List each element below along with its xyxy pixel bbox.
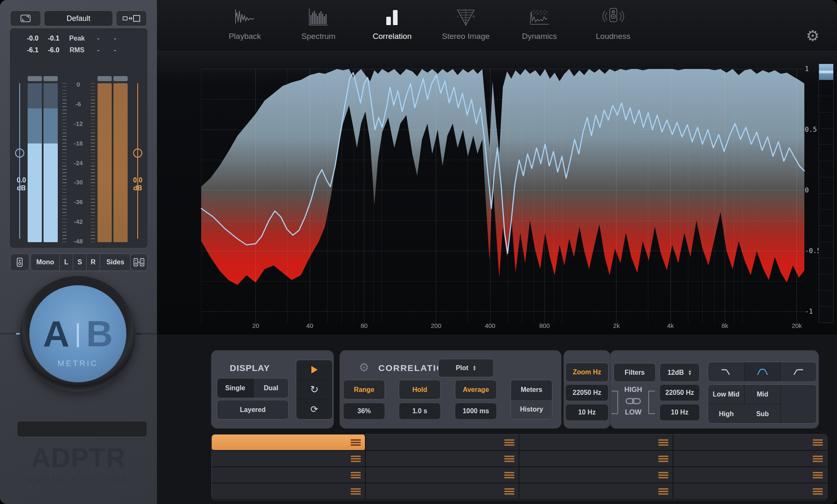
range-value[interactable]: 36% — [343, 403, 385, 420]
window-size-button[interactable] — [116, 10, 147, 26]
display-dual-button[interactable]: Dual — [254, 379, 288, 398]
snapshot-cell[interactable] — [519, 484, 673, 500]
snapshot-menu-icon[interactable] — [351, 471, 361, 479]
snapshot-menu-icon[interactable] — [658, 471, 668, 479]
history-toggle-button[interactable]: History — [511, 400, 552, 419]
channel-left-button[interactable]: L — [60, 254, 73, 271]
snapshot-cell[interactable] — [212, 484, 366, 500]
collapse-button[interactable] — [10, 10, 41, 26]
speaker-mode-button[interactable] — [10, 253, 29, 271]
snapshot-cell[interactable] — [673, 484, 827, 500]
output-meter-left — [98, 83, 112, 242]
snapshot-menu-icon[interactable] — [813, 438, 823, 447]
snapshot-cell[interactable] — [673, 435, 827, 451]
display-single-button[interactable]: Single — [217, 379, 254, 398]
band-sub-button[interactable]: Sub — [745, 404, 781, 424]
lowpass-filter-button[interactable] — [708, 362, 745, 381]
snapshot-cell[interactable] — [366, 435, 520, 451]
snapshot-menu-icon[interactable] — [813, 487, 823, 496]
meters-toggle-button[interactable]: Meters — [511, 380, 552, 400]
freq-tick-label: 8k — [721, 322, 728, 329]
band-select-group: Low Mid Mid High Sub Bass Reset — [708, 384, 817, 424]
filter-high-value[interactable]: 22050 Hz — [660, 384, 700, 401]
input-gain-slider-knob[interactable] — [15, 148, 24, 158]
snapshot-menu-icon[interactable] — [813, 471, 823, 479]
highpass-filter-button[interactable] — [781, 362, 816, 381]
tab-playback[interactable]: Playback — [208, 0, 282, 50]
snapshot-menu-icon[interactable] — [504, 438, 514, 447]
snapshot-cell[interactable] — [212, 467, 366, 484]
snapshot-menu-icon[interactable] — [504, 471, 514, 479]
snapshot-cell[interactable] — [673, 467, 827, 484]
tab-stereo-image[interactable]: L R Stereo Image — [429, 0, 503, 50]
tab-spectrum[interactable]: Spectrum — [282, 0, 355, 50]
freq-tick-label: 800 — [539, 322, 549, 329]
snapshot-cell[interactable] — [212, 435, 366, 451]
snapshot-menu-icon[interactable] — [351, 438, 361, 447]
preset-selector[interactable]: Default — [44, 10, 113, 26]
band-lowmid-button[interactable]: Low Mid — [708, 385, 745, 404]
ab-knob[interactable]: A | B METRIC — [20, 276, 136, 391]
snapshot-cell[interactable] — [366, 484, 520, 500]
snapshot-menu-icon[interactable] — [504, 487, 514, 496]
correlation-settings-gear-icon[interactable]: ⚙ — [359, 361, 369, 374]
snapshot-cell[interactable] — [673, 451, 827, 467]
bandpass-filter-button[interactable] — [745, 362, 781, 381]
refresh-button[interactable]: ↻ — [296, 380, 332, 399]
link-icon[interactable] — [625, 396, 642, 407]
output-gain-slider-knob[interactable] — [133, 148, 142, 158]
snapshot-cell[interactable] — [366, 467, 520, 484]
knob-marker-left — [16, 333, 20, 335]
snapshot-menu-icon[interactable] — [813, 454, 823, 463]
snapshot-cell[interactable] — [519, 435, 673, 451]
band-high-button[interactable]: High — [708, 404, 745, 424]
correlation-meter-cell — [819, 274, 833, 290]
svg-text:R: R — [472, 15, 475, 18]
plot-mode-dropdown[interactable]: Plot ▲▼ — [438, 359, 494, 377]
zoom-low-value[interactable]: 10 Hz — [565, 404, 608, 421]
tab-dynamics[interactable]: Dynamics — [503, 0, 576, 50]
filter-slope-dropdown[interactable]: 12dB ▲▼ — [660, 363, 700, 382]
snapshot-menu-icon[interactable] — [658, 454, 668, 463]
play-button[interactable] — [296, 360, 332, 380]
knob-marker-right — [136, 333, 141, 335]
snapshot-menu-icon[interactable] — [658, 438, 668, 447]
channel-mono-button[interactable]: Mono — [31, 254, 60, 271]
band-mid-button[interactable]: Mid — [745, 385, 781, 404]
dual-speaker-button[interactable] — [130, 253, 148, 271]
snapshot-cell[interactable] — [366, 451, 520, 467]
zoom-high-value[interactable]: 22050 Hz — [565, 384, 608, 401]
filters-button[interactable]: Filters — [614, 363, 656, 382]
correlation-meter-cell — [819, 194, 833, 210]
zoom-card: Zoom Hz 22050 Hz 10 Hz — [564, 350, 610, 428]
collapse-icon — [20, 14, 31, 23]
ab-b-label: B — [86, 312, 113, 355]
tab-loudness[interactable]: Loudness — [576, 0, 650, 50]
snapshot-cell[interactable] — [519, 451, 673, 467]
tab-correlation[interactable]: Correlation — [355, 0, 429, 50]
channel-solo-button[interactable]: S — [73, 254, 87, 271]
snapshot-menu-icon[interactable] — [504, 454, 514, 463]
refresh-icon: ↻ — [310, 384, 318, 395]
settings-gear-icon[interactable]: ⚙ — [806, 28, 819, 43]
filter-low-value[interactable]: 10 Hz — [660, 404, 700, 421]
freq-tick-label: 80 — [361, 322, 368, 329]
continuous-refresh-button[interactable]: ⟳ — [296, 400, 332, 419]
average-button[interactable]: Average — [455, 380, 497, 399]
channel-sides-button[interactable]: Sides — [100, 254, 131, 271]
average-value[interactable]: 1000 ms — [455, 403, 497, 420]
plugin-window: Default -0.0 -0.1 Peak - - -6.1 -6.0 RMS… — [0, 0, 837, 504]
snapshot-cell[interactable] — [519, 467, 673, 484]
output-gain-slider-track — [137, 83, 138, 239]
display-layered-button[interactable]: Layered — [217, 400, 289, 420]
snapshot-cell[interactable] — [212, 451, 366, 467]
hold-button[interactable]: Hold — [399, 380, 441, 399]
footer-inset-bar — [18, 422, 146, 437]
snapshot-menu-icon[interactable] — [658, 487, 668, 496]
hold-value[interactable]: 1.0 s — [399, 403, 441, 420]
snapshot-menu-icon[interactable] — [351, 454, 361, 463]
zoom-hz-button[interactable]: Zoom Hz — [565, 363, 608, 382]
snapshot-menu-icon[interactable] — [351, 487, 361, 496]
range-button[interactable]: Range — [343, 380, 385, 399]
channel-right-button[interactable]: R — [87, 254, 100, 271]
